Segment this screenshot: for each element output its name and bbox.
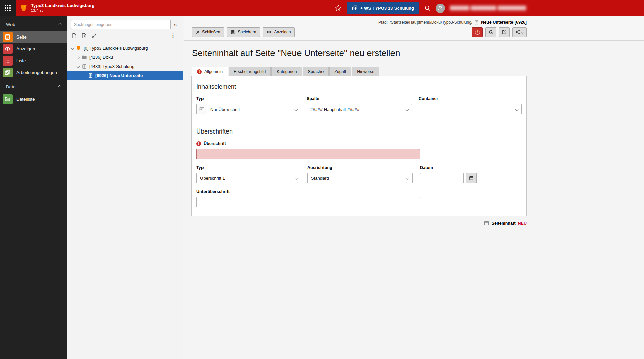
tab-label: Erscheinungsbild	[234, 69, 266, 74]
bookmark-star-icon[interactable]	[335, 5, 342, 11]
datum-input[interactable]	[420, 173, 464, 183]
module-menu: Web Seite Anzeigen Liste Arbeitsumgebung…	[0, 16, 67, 359]
tree-search-input[interactable]	[71, 20, 171, 29]
new-page-alt-icon[interactable]	[81, 33, 87, 39]
tab-label: Hinweise	[357, 69, 374, 74]
tab-label: Zugriff	[334, 69, 346, 74]
container-select-value: -	[419, 107, 516, 112]
chevron-up-icon	[58, 23, 62, 26]
workspace-button[interactable]: + WS TYPO3 13 Schulung	[347, 2, 419, 14]
tree-node-neue-unterseite[interactable]: [6926] Neue Unterseite	[67, 71, 183, 80]
docheader: Pfad: /Startseite/Hauptmenü/Doku/Typo3-S…	[184, 16, 644, 41]
tree-node-label: [4433] Typo3-Schulung	[89, 64, 134, 69]
spalte-label: Spalte	[307, 96, 419, 101]
unterueberschrift-label: Unterüberschrift	[196, 189, 522, 194]
tab-label: Allgemein	[204, 69, 223, 74]
chevron-right-icon[interactable]	[77, 56, 80, 59]
modules-toggle-button[interactable]	[0, 0, 16, 16]
record-page-icon	[474, 20, 479, 25]
chevron-down-icon	[406, 107, 409, 111]
save-button[interactable]: Speichern	[227, 27, 260, 37]
tree-node-label: [4136] Doku	[89, 55, 113, 60]
list-module-icon	[3, 56, 13, 66]
chevron-down-icon[interactable]	[77, 65, 80, 68]
page-module-icon	[3, 32, 13, 42]
module-item-label: Seite	[16, 34, 27, 40]
workspaces-module-icon	[3, 68, 13, 77]
typo3-site-icon	[76, 46, 81, 51]
tab-erscheinungsbild[interactable]: Erscheinungsbild	[229, 67, 271, 76]
tree-more-menu-icon[interactable]: ⋮	[168, 32, 178, 39]
module-group-web-label: Web	[6, 22, 15, 27]
open-in-new-window-button[interactable]	[499, 27, 510, 37]
page-title: Seiteninhalt auf Seite "Neue Unterseite"…	[192, 48, 527, 58]
view-button[interactable]: Anzeigen	[263, 27, 295, 37]
search-icon[interactable]	[424, 5, 431, 11]
ueberschrift-typ-label: Typ	[196, 165, 307, 170]
module-item-anzeigen[interactable]: Anzeigen	[0, 43, 67, 55]
content-header-icon	[197, 104, 207, 114]
tab-allgemein[interactable]: ! Allgemein	[192, 67, 228, 76]
history-button[interactable]	[485, 27, 496, 37]
close-button-label: Schließen	[202, 30, 220, 34]
share-icon	[515, 30, 520, 34]
chevron-down-icon[interactable]	[71, 47, 74, 50]
path-value: /Startseite/Hauptmenü/Doku/Typo3-Schulun…	[390, 20, 472, 25]
record-type-label: Seiteninhalt	[492, 221, 516, 226]
user-avatar[interactable]	[436, 4, 445, 13]
module-item-label: Arbeitsumgebungen	[16, 70, 57, 75]
ueberschrift-label: Überschrift	[204, 141, 226, 146]
typ-select[interactable]: Nur Überschrift	[196, 104, 301, 114]
spalte-select[interactable]: ##### Hauptinhalt #####	[307, 104, 412, 114]
record-type-badge: Seiteninhalt NEU	[191, 216, 527, 230]
tree-node-typo3-schulung[interactable]: [4433] Typo3-Schulung	[67, 62, 183, 71]
module-group-web[interactable]: Web	[0, 16, 67, 31]
link-icon[interactable]	[91, 33, 97, 39]
new-page-icon[interactable]	[72, 33, 77, 39]
close-button[interactable]: Schließen	[192, 27, 224, 37]
user-name[interactable]: ██████ ████████ █████████	[450, 6, 526, 10]
calendar-button[interactable]	[466, 173, 477, 183]
history-icon	[488, 30, 494, 35]
module-item-dateiliste[interactable]: Dateiliste	[0, 93, 67, 105]
module-group-datei-label: Datei	[6, 84, 16, 89]
datum-label: Datum	[420, 165, 522, 170]
path-label: Pfad:	[378, 20, 388, 25]
ausrichtung-select-value: Standard	[308, 176, 407, 181]
validation-error-button[interactable]: !	[472, 27, 483, 37]
apps-grid-icon	[5, 5, 11, 11]
tab-kategorien[interactable]: Kategorien	[271, 67, 302, 76]
tree-node-doku[interactable]: [4136] Doku	[67, 53, 183, 62]
page-tree: [0] Typo3 Landkreis Ludwigsburg [4136] D…	[67, 44, 183, 80]
module-item-seite[interactable]: Seite	[0, 31, 67, 43]
typ-select-value: Nur Überschrift	[207, 107, 295, 112]
tab-panel-allgemein: Inhaltselement Typ Nur Überschrift Spalt…	[191, 76, 527, 216]
section-title-ueberschriften: Überschriften	[196, 128, 522, 135]
chevron-down-icon	[295, 176, 298, 180]
page-icon	[88, 73, 93, 78]
ueberschrift-label-row: ! Überschrift	[196, 141, 522, 146]
module-group-datei[interactable]: Datei	[0, 78, 67, 93]
ueberschrift-typ-select-value: Überschrift 1	[197, 176, 295, 181]
view-module-icon	[3, 44, 13, 54]
module-item-arbeitsumgebungen[interactable]: Arbeitsumgebungen	[0, 67, 67, 78]
tab-sprache[interactable]: Sprache	[303, 67, 329, 76]
calendar-icon	[469, 176, 474, 181]
tab-label: Kategorien	[277, 69, 297, 74]
tree-node-root[interactable]: [0] Typo3 Landkreis Ludwigsburg	[67, 44, 183, 53]
module-content: Pfad: /Startseite/Hauptmenü/Doku/Typo3-S…	[184, 16, 644, 359]
unterueberschrift-input[interactable]	[196, 197, 420, 207]
eye-icon	[267, 30, 271, 34]
collapse-tree-icon[interactable]: «	[173, 22, 180, 27]
container-select[interactable]: -	[419, 104, 522, 114]
tab-zugriff[interactable]: Zugriff	[329, 67, 351, 76]
chevron-down-icon	[521, 30, 525, 34]
section-divider	[196, 122, 522, 122]
share-button[interactable]	[512, 27, 527, 37]
tab-hinweise[interactable]: Hinweise	[352, 67, 379, 76]
ueberschrift-input[interactable]	[196, 149, 420, 159]
ausrichtung-select[interactable]: Standard	[307, 173, 413, 183]
module-item-liste[interactable]: Liste	[0, 55, 67, 67]
ueberschrift-typ-select[interactable]: Überschrift 1	[196, 173, 301, 183]
section-title-inhaltselement: Inhaltselement	[196, 83, 522, 90]
